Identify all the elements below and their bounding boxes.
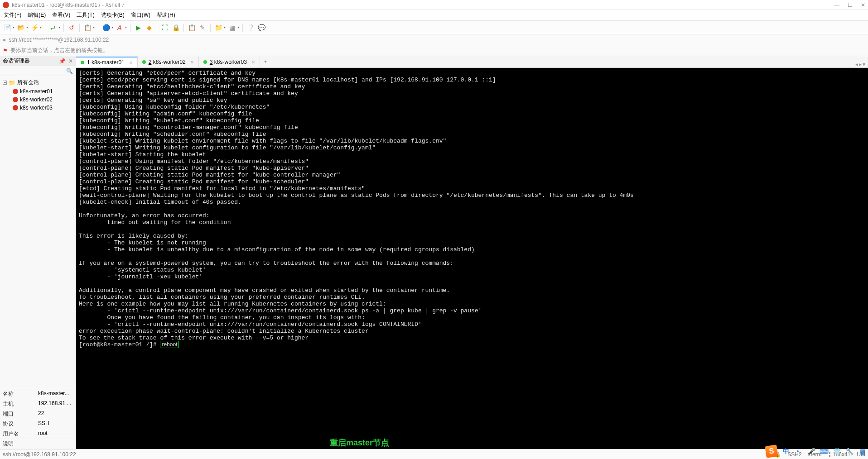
tab-close-icon[interactable]: ✕: [129, 60, 133, 65]
prop-user-label: 用户名: [0, 429, 35, 439]
sidebar-close-icon[interactable]: ✕: [68, 58, 73, 64]
prop-name-label: 名称: [0, 389, 35, 399]
content-area: 1 k8s-master01 ✕ 2 k8s-worker02 ✕ 3 k8s-…: [76, 56, 868, 449]
tab-next-icon[interactable]: ▸: [859, 61, 862, 67]
tab-worker02[interactable]: 2 k8s-worker02 ✕: [138, 57, 199, 67]
hint-text: 要添加当前会话，点击左侧的箭头按钮。: [10, 47, 108, 54]
properties-icon[interactable]: 📋: [83, 23, 92, 32]
tree-root-label: 所有会话: [17, 79, 39, 86]
tab-add-button[interactable]: +: [260, 57, 271, 67]
prop-port-label: 端口: [0, 409, 35, 419]
prop-host-value: 192.168.91....: [35, 399, 76, 409]
tree-root[interactable]: − 📁 所有会话: [2, 78, 74, 87]
menu-tab[interactable]: 选项卡(B): [101, 11, 125, 19]
open-session-icon[interactable]: 📂: [16, 23, 25, 32]
ime-lang[interactable]: 中: [782, 447, 790, 455]
session-label: k8s-worker03: [20, 105, 53, 111]
comment-icon[interactable]: 💬: [257, 23, 266, 32]
help-icon[interactable]: ❔: [246, 23, 255, 32]
quick-connect-icon[interactable]: ⚡: [30, 23, 39, 32]
host-icon: [13, 105, 18, 110]
toolbar: 📄▾ 📂▾ ⚡▾ ⇄▾ ↺ 📋▾ 🔵▾ A▾ ▶ ◆ ⛶ 🔒 📋 ✎ 📁▾ ▦▾…: [0, 21, 868, 34]
lock-icon[interactable]: 🔒: [171, 23, 180, 32]
transfer-icon[interactable]: ⇄: [48, 23, 58, 32]
ime-tray: S 中 •, 🎤 ⌨ 👕 🔧 ▦: [766, 445, 866, 457]
menu-help[interactable]: 帮助(H): [157, 11, 175, 19]
statusbar: ssh://root@192.168.91.100:22 🔒 SSH2 xter…: [0, 449, 868, 459]
session-item-worker03[interactable]: k8s-worker03: [2, 104, 74, 112]
address-bar: ● ssh://root:************@192.168.91.100…: [0, 34, 868, 45]
status-address: ssh://root@192.168.91.100:22: [3, 451, 76, 458]
prop-desc-label: 说明: [0, 439, 35, 449]
ime-grid-icon[interactable]: ▦: [858, 447, 866, 455]
collapse-icon[interactable]: −: [3, 81, 7, 85]
prop-name-value: k8s-master...: [35, 389, 76, 399]
ime-punct-icon[interactable]: •,: [795, 447, 803, 455]
session-tree: − 📁 所有会话 k8s-master01 k8s-worker02 k8s-w…: [0, 76, 76, 114]
session-properties: 名称k8s-master... 主机192.168.91.... 端口22 协议…: [0, 389, 76, 449]
hint-flag-icon: ⚑: [3, 48, 8, 54]
menu-edit[interactable]: 编辑(E): [28, 11, 46, 19]
terminal-annotation: 重启master节点: [330, 440, 389, 446]
prop-host-label: 主机: [0, 399, 35, 409]
layout-icon[interactable]: ▦: [227, 23, 236, 32]
prop-protocol-label: 协议: [0, 419, 35, 429]
session-label: k8s-master01: [20, 88, 53, 95]
tab-close-icon[interactable]: ✕: [251, 60, 255, 65]
paste-icon[interactable]: 📋: [187, 23, 196, 32]
folder-icon[interactable]: 📁: [214, 23, 223, 32]
sidebar-search[interactable]: 🔍: [0, 66, 76, 76]
folder-icon: 📁: [9, 80, 15, 86]
session-label: k8s-worker02: [20, 96, 53, 103]
hint-bar: ⚑ 要添加当前会话，点击左侧的箭头按钮。: [0, 45, 868, 56]
script-icon[interactable]: ✎: [198, 23, 207, 32]
menu-tools[interactable]: 工具(T): [77, 11, 94, 19]
stop-icon[interactable]: ◆: [145, 23, 154, 32]
tab-prev-icon[interactable]: ◂: [855, 61, 858, 67]
tab-close-icon[interactable]: ✕: [190, 60, 194, 65]
sidebar-title-bar: 会话管理器 📌 ✕: [0, 56, 76, 66]
host-icon: [13, 97, 18, 102]
terminal-output[interactable]: [certs] Generating "etcd/peer" certifica…: [76, 68, 868, 449]
new-session-icon[interactable]: 📄: [3, 23, 12, 32]
session-item-master01[interactable]: k8s-master01: [2, 87, 74, 96]
prop-user-value: root: [35, 429, 76, 439]
sidebar-title: 会话管理器: [3, 57, 30, 65]
reconnect-icon[interactable]: ↺: [67, 23, 76, 32]
host-icon: [13, 89, 18, 94]
start-icon[interactable]: ▶: [134, 23, 143, 32]
tab-master01[interactable]: 1 k8s-master01 ✕: [76, 57, 138, 67]
session-manager-sidebar: 会话管理器 📌 ✕ 🔍 − 📁 所有会话 k8s-master01 k8s-wo…: [0, 56, 76, 449]
address-text[interactable]: ssh://root:************@192.168.91.100:2…: [9, 37, 109, 43]
address-bullet-icon: ●: [3, 37, 6, 43]
search-icon: 🔍: [66, 68, 73, 74]
font-icon[interactable]: A: [115, 23, 124, 32]
menu-window[interactable]: 窗口(W): [131, 11, 150, 19]
fullscreen-icon[interactable]: ⛶: [160, 23, 169, 32]
sidebar-pin-icon[interactable]: 📌: [59, 58, 66, 64]
ime-tool-icon[interactable]: 🔧: [845, 447, 854, 455]
terminal-tabs: 1 k8s-master01 ✕ 2 k8s-worker02 ✕ 3 k8s-…: [76, 56, 868, 68]
color-scheme-icon[interactable]: 🔵: [101, 23, 111, 32]
app-icon: [3, 2, 9, 8]
menu-file[interactable]: 文件(F): [4, 11, 21, 19]
sogou-ime-icon[interactable]: S: [765, 445, 778, 458]
menubar: 文件(F) 编辑(E) 查看(V) 工具(T) 选项卡(B) 窗口(W) 帮助(…: [0, 10, 868, 21]
prop-port-value: 22: [35, 409, 76, 419]
ime-skin-icon[interactable]: 👕: [833, 447, 841, 455]
ime-keyboard-icon[interactable]: ⌨: [820, 447, 828, 455]
tab-list-icon[interactable]: ▾: [863, 61, 865, 67]
session-item-worker02[interactable]: k8s-worker02: [2, 96, 74, 104]
window-title: k8s-master01 - root@k8s-master01:/ - Xsh…: [12, 2, 834, 8]
status-dot-icon: [203, 60, 207, 64]
prop-protocol-value: SSH: [35, 419, 76, 429]
ime-voice-icon[interactable]: 🎤: [807, 447, 815, 455]
status-dot-icon: [81, 61, 84, 64]
maximize-button[interactable]: ☐: [848, 2, 853, 8]
close-button[interactable]: ✕: [861, 2, 865, 8]
minimize-button[interactable]: —: [834, 2, 839, 8]
tab-worker03[interactable]: 3 k8s-worker03 ✕: [199, 57, 260, 67]
prop-desc-value: [35, 439, 76, 449]
menu-view[interactable]: 查看(V): [52, 11, 70, 19]
status-dot-icon: [142, 60, 146, 64]
